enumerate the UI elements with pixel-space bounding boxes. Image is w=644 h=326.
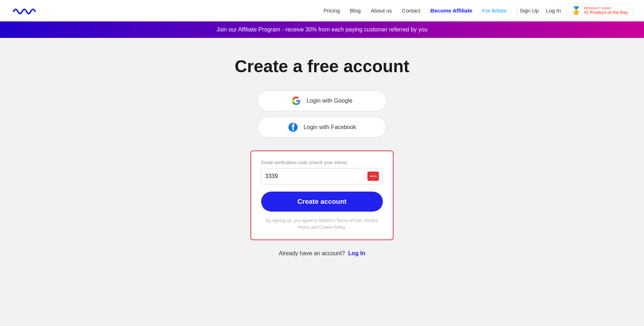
google-login-button[interactable]: Login with Google [258, 90, 386, 111]
nav-about[interactable]: About us [371, 8, 392, 14]
nav-auth: Sign Up Log In [520, 8, 561, 14]
facebook-login-button[interactable]: Login with Facebook [258, 117, 386, 138]
nav-blog[interactable]: Blog [350, 8, 361, 14]
affiliate-banner[interactable]: Join our Affiliate Program - receive 30%… [0, 21, 644, 38]
nav-login[interactable]: Log In [546, 8, 561, 14]
nav-divider [517, 7, 517, 14]
terms-text: By signing up, you agree to Mubert's Ter… [261, 217, 383, 231]
page-title: Create a free account [235, 56, 409, 76]
google-login-label: Login with Google [307, 98, 352, 104]
banner-text: Join our Affiliate Program - receive 30%… [216, 26, 428, 33]
code-input-label: Email verification code (check your inbo… [261, 160, 383, 165]
nav-become-affiliate[interactable]: Become Affiliate [430, 8, 472, 14]
code-input-wrapper [261, 168, 383, 184]
ph-label: PRODUCT HUNT [584, 6, 628, 10]
facebook-icon [288, 122, 298, 132]
login-link[interactable]: Log In [348, 250, 365, 256]
paste-icon[interactable] [367, 172, 379, 181]
nav-links: Pricing Blog About us Contact Become Aff… [323, 8, 506, 14]
nav-contact[interactable]: Contact [402, 8, 420, 14]
paste-dots-icon [370, 176, 376, 177]
ph-medal-icon: 🥇 [571, 6, 581, 15]
code-input[interactable] [265, 173, 367, 179]
navbar: Pricing Blog About us Contact Become Aff… [0, 0, 644, 21]
ph-text: PRODUCT HUNT #1 Product of the Day [584, 6, 628, 15]
nav-pricing[interactable]: Pricing [323, 8, 340, 14]
main-content: Create a free account Login with Google … [0, 38, 644, 278]
nav-for-artists[interactable]: For Artists [482, 8, 507, 14]
logo[interactable] [11, 4, 37, 18]
email-form-card: Email verification code (check your inbo… [250, 150, 394, 240]
facebook-login-label: Login with Facebook [304, 124, 356, 130]
already-account-text: Already have an account? [279, 250, 345, 256]
google-icon [292, 96, 301, 105]
already-have-account: Already have an account? Log In [279, 250, 365, 257]
nav-signup[interactable]: Sign Up [520, 8, 539, 14]
ph-tagline: #1 Product of the Day [584, 10, 628, 15]
product-hunt-badge[interactable]: 🥇 PRODUCT HUNT #1 Product of the Day [567, 4, 633, 18]
create-account-button[interactable]: Create account [261, 192, 383, 212]
